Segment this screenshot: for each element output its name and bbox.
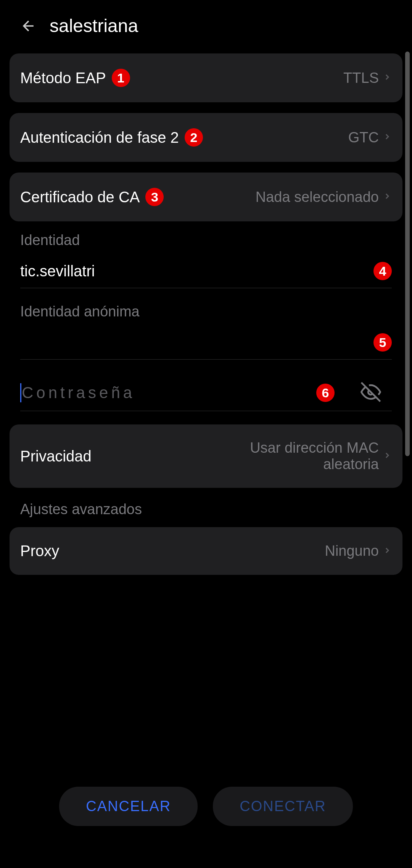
privacy-value: Usar dirección MAC aleatoria [219,440,379,473]
eye-off-icon[interactable] [360,382,381,404]
badge-5: 5 [373,333,392,352]
proxy-row[interactable]: Proxy Ninguno [10,527,402,575]
proxy-value: Ninguno [325,543,379,559]
ca-certificate-row[interactable]: Certificado de CA 3 Nada seleccionado [10,173,402,221]
phase2-label: Autenticación de fase 2 [20,129,179,146]
cancel-button[interactable]: CANCELAR [59,787,198,826]
proxy-label: Proxy [20,542,59,560]
badge-1: 1 [112,69,130,87]
chevron-right-icon [383,544,392,559]
badge-4: 4 [373,262,392,280]
eap-method-row[interactable]: Método EAP 1 TTLS [10,53,402,102]
advanced-settings-header: Ajustes avanzados [10,501,402,518]
header: salestriana [0,0,412,44]
phase2-auth-row[interactable]: Autenticación de fase 2 2 GTC [10,113,402,162]
page-title: salestriana [50,15,138,36]
privacy-label: Privacidad [20,448,92,465]
content: Método EAP 1 TTLS Autenticación de fase … [0,44,412,575]
chevron-right-icon [383,130,392,145]
anonymous-input[interactable] [20,334,368,351]
scrollbar[interactable] [405,52,410,456]
phase2-value: GTC [348,129,379,146]
identity-group: Identidad 4 [10,232,402,288]
chevron-right-icon [383,449,392,464]
connect-button[interactable]: CONECTAR [213,787,352,826]
anonymous-label: Identidad anónima [20,303,392,320]
badge-6: 6 [316,384,335,402]
identity-input[interactable] [20,263,368,280]
text-cursor [20,383,21,402]
password-input[interactable]: Contraseña [20,383,311,402]
chevron-right-icon [383,189,392,205]
anonymous-identity-group: Identidad anónima 5 [10,303,402,360]
eap-value: TTLS [343,70,379,86]
password-row: Contraseña 6 [20,375,392,411]
back-icon[interactable] [19,16,38,35]
password-placeholder: Contraseña [22,384,135,402]
identity-label: Identidad [20,232,392,248]
privacy-row[interactable]: Privacidad Usar dirección MAC aleatoria [10,424,402,488]
chevron-right-icon [383,70,392,86]
eap-label: Método EAP [20,69,106,87]
button-row: CANCELAR CONECTAR [0,787,412,826]
ca-value: Nada seleccionado [256,189,379,205]
ca-label: Certificado de CA [20,189,140,206]
badge-2: 2 [185,128,203,147]
badge-3: 3 [145,188,164,206]
